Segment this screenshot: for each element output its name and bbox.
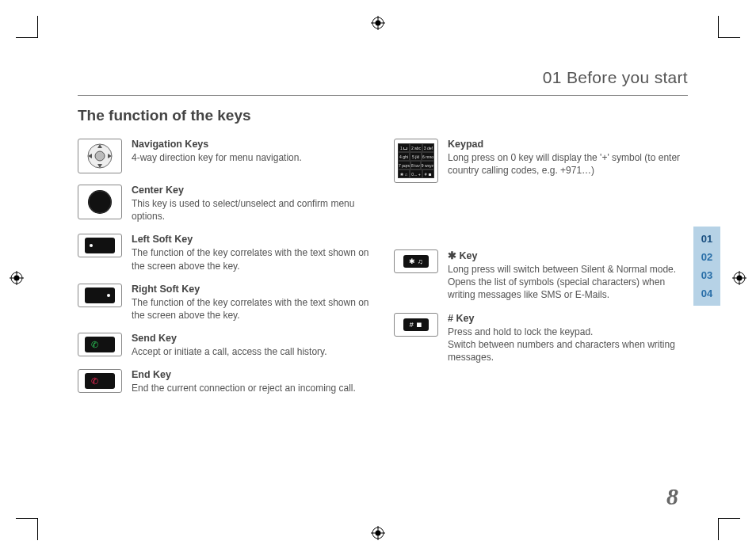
section-tabs: 01 02 03 04 [693,227,720,306]
registration-mark [10,271,24,285]
item-body: Accept or initiate a call, access the ca… [132,345,327,358]
keypad-icon: 1 ⌴2 abc3 def4 ghi5 jkl6 mno7 pqrs8 tuv9… [394,139,438,183]
item-body: Press and hold to lock the keypad. Switc… [448,326,688,364]
item-title: Send Key [132,333,327,344]
item-body: End the current connection or reject an … [132,382,356,394]
page-number: 8 [666,483,678,510]
item-title: Right Soft Key [132,284,372,295]
item-body: The function of the key correlates with … [132,296,372,322]
tab-01: 01 [701,233,712,245]
left-soft-key-icon [78,234,122,257]
item-title: Center Key [132,185,372,196]
send-key-icon: ✆ [78,333,122,356]
item-title: End Key [132,369,356,380]
item-body: 4-way direction key for menu navigation. [132,151,302,164]
tab-02: 02 [701,251,712,263]
tab-04: 04 [701,288,712,299]
item-title: ✱ Key [448,249,688,261]
end-key-icon: ✆ [78,369,122,393]
item-title: Keypad [448,139,688,150]
hash-key-icon: # ⏹ [394,313,438,337]
item-title: Navigation Keys [132,139,302,150]
registration-mark [732,271,746,285]
svg-point-22 [88,190,112,214]
item-body: Long press will switch between Silent & … [448,263,688,302]
item-title: # Key [448,313,688,324]
star-key-icon: ✱ ♫ [394,249,438,273]
registration-mark [371,16,385,30]
chapter-title: 01 Before you start [78,68,688,87]
tab-03: 03 [701,269,712,281]
divider [78,95,688,96]
right-soft-key-icon [78,284,122,307]
item-body: Long press on 0 key will display the '+'… [448,151,688,177]
item-body: The function of the key correlates with … [132,246,372,272]
center-key-icon [78,185,122,219]
registration-mark [371,526,385,540]
item-body: This key is used to select/unselect and … [132,197,372,223]
item-title: Left Soft Key [132,234,372,245]
section-title: The function of the keys [78,107,688,124]
svg-point-17 [95,151,105,161]
navigation-keys-icon [78,139,122,173]
